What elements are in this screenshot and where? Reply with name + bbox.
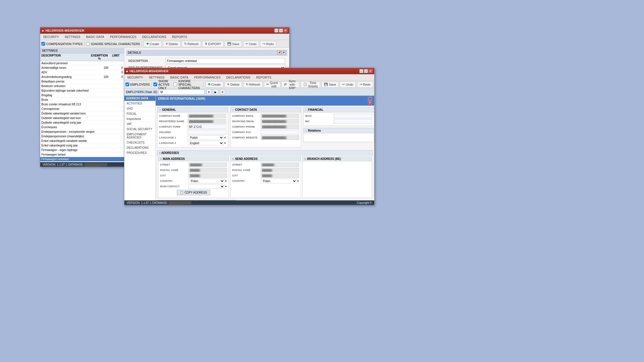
company-fax-input[interactable] [261,130,299,134]
employers-checkbox[interactable]: EMPLOYERS [125,83,150,86]
save-button[interactable]: 💾 Save [225,41,242,47]
filter-x-btn[interactable]: ✕ [220,89,225,94]
menu-performances[interactable]: PERFORMANCES [109,35,137,39]
nav-activities[interactable]: ACTIVITIES [124,101,155,106]
list-item[interactable]: Coronapremie [40,107,124,111]
employer-filter-input[interactable] [159,89,204,94]
quick-edit-button[interactable]: ✏ Quick edit [264,81,280,88]
company-phone-input[interactable] [261,124,299,129]
copy-address-button[interactable]: 📋 COPY ADDRESS [177,190,210,195]
company-website-input[interactable] [261,135,299,140]
main-contact-dropdown-icon[interactable]: ▼ [225,185,227,188]
company-form-input[interactable] [188,124,226,129]
w2-menu-security[interactable]: SECURITY [126,75,144,80]
company-pin-btn[interactable]: 📌 [368,97,372,101]
w2-save-button[interactable]: 💾 Save [321,81,339,88]
w2-menu-declarations[interactable]: DECLARATIONS [225,75,252,80]
list-item[interactable]: Aanvullend pensioen [40,61,124,66]
relations-title[interactable]: Relations [308,129,321,132]
invoicing-email-input[interactable] [261,119,299,124]
details-pin[interactable]: 📌 [277,51,281,55]
w2-minimize-btn[interactable]: ─ [359,69,363,73]
language2-select[interactable]: English Polish [188,141,224,145]
show-active-checkbox[interactable]: SHOW ACTIVE ONLY [153,79,172,90]
menu-settings[interactable]: SETTINGS [64,35,82,39]
language2-dropdown-icon[interactable]: ▼ [224,142,226,144]
list-item[interactable]: Dubbele vakantiegeld variabel loon [40,111,124,116]
nav-fiscal[interactable]: FISCAL [124,111,155,116]
list-item[interactable]: Anciënniteitsvergoeding 100 0 [40,75,124,79]
close-btn[interactable]: ✕ [283,29,287,33]
compensation-types-checkbox[interactable]: COMPENSATION TYPES [41,42,82,46]
list-item[interactable]: Enkel vakantiegeld variabele wedde [40,139,124,143]
w2-redo-button[interactable]: ↪ Redo [357,81,373,88]
send-country-dropdown-icon[interactable]: ▼ [297,180,299,182]
w2-menu-settings[interactable]: SETTINGS [148,75,166,80]
w2-close-btn[interactable]: ✕ [368,69,372,73]
nav-checklists[interactable]: CHECKLISTS [124,140,155,145]
country-dropdown-icon[interactable]: ▼ [225,180,227,182]
w2-delete-button[interactable]: ✕ Delete [224,81,242,88]
send-street-input[interactable] [261,162,299,167]
minimize-btn[interactable]: ─ [274,29,278,33]
list-item[interactable]: Enkel vakantiegeld vorig jaar [40,143,124,148]
company-name-input[interactable] [188,114,226,118]
w2-menu-performances[interactable]: PERFORMANCES [193,75,222,80]
list-item[interactable]: Bruto [40,98,124,102]
main-city-input[interactable] [189,173,227,178]
menu-declarations[interactable]: DECLARATIONS [141,35,167,39]
list-item[interactable]: Brugdag [40,93,124,98]
list-item[interactable]: Bruto zonder inhaalrust KB 213 [40,102,124,107]
list-item[interactable]: Dubbele vakantiegeld vorig jaar [40,120,124,125]
w2-menu-reports[interactable]: REPORTS [255,75,272,80]
w2-undo-button[interactable]: ↩ Undo [340,81,356,88]
list-item[interactable]: Bewezen onkosten [40,84,124,89]
nav-procedures[interactable]: PROCEDURES [124,150,155,156]
list-item[interactable]: Firmawagen - eigen bijdrage [40,148,124,152]
nav-declarations[interactable]: DECLARATIONS [124,145,155,150]
refresh-button[interactable]: ↻ Refresh [182,41,201,47]
company-email-input[interactable] [261,114,299,118]
details-close[interactable]: ✕ [282,51,286,55]
registered-name-input[interactable] [188,119,226,124]
w2-create-button[interactable]: ✚ Create [205,81,223,88]
nav-social-security[interactable]: SOCIAL SECURITY [124,127,155,132]
nav-address-data[interactable]: ADDRESS DATA [124,96,155,101]
language1-dropdown-icon[interactable]: ▼ [224,136,226,139]
list-item[interactable]: Ecocheques [40,125,124,130]
maximize-btn[interactable]: □ [279,29,283,33]
list-item[interactable]: Firmawagen belast [40,152,124,157]
language1-select[interactable]: Polish English [188,135,224,140]
list-item[interactable]: Eindejaarspensioen - exceptionele vergoe… [40,130,124,134]
menu-basic-data[interactable]: BASIC DATA [85,35,106,39]
nav-employment-agencies[interactable]: EMPLOYMENT AGENCIES [124,132,155,140]
list-item[interactable]: ADV 0 [40,70,124,75]
list-item[interactable]: Achterstallige lonen 100 0 [40,66,124,70]
ignore-special-checkbox[interactable]: IGNORE SPECIAL CHARACTERS [86,42,140,46]
sync-erp-button[interactable]: ⇄ Sync with ERP [282,81,299,88]
list-item[interactable]: Eindejaarspensioen (maandelijks) [40,134,124,139]
w2-menu-basic-data[interactable]: BASIC DATA [169,75,190,80]
list-item[interactable]: Firmawagen onbelast [40,157,124,162]
time-sheets-button[interactable]: 📋 Time Sheets [301,81,320,88]
menu-security[interactable]: SECURITY [42,35,60,39]
w2-refresh-button[interactable]: ↻ Refresh [243,81,263,88]
nav-vhg[interactable]: VHG [124,106,155,111]
filter-search-btn[interactable]: ▶ [213,89,218,94]
w2-maximize-btn[interactable]: □ [364,69,368,73]
main-contact-select[interactable] [189,184,225,189]
w2-ignore-special-checkbox[interactable]: IGNORE SPECIAL CHARACTERS [173,79,202,90]
list-item[interactable]: Dubbele vakantiegeld vast loon [40,116,124,120]
main-postal-input[interactable] [189,168,227,172]
holding-input[interactable] [188,130,226,134]
list-item[interactable]: Belastbare premie [40,79,124,84]
list-item[interactable]: Bijzondere bijdrage sociale zekerheid [40,89,124,93]
undo-button[interactable]: ↩ Undo [243,41,259,47]
send-city-input[interactable] [261,173,299,178]
create-button[interactable]: ✚ Create [144,41,162,47]
menu-reports[interactable]: REPORTS [171,35,188,39]
delete-button[interactable]: ✕ Delete [163,41,181,47]
nav-inspections[interactable]: Inspections [124,116,155,122]
send-postal-input[interactable] [261,168,299,172]
export-button[interactable]: ⬇ EXPORT [202,41,224,47]
